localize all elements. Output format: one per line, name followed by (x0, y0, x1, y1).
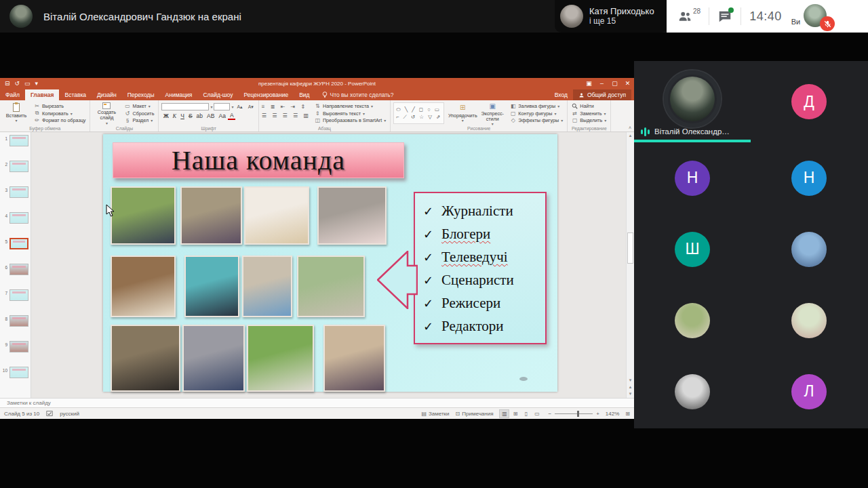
comments-toggle-button[interactable]: ⊡ Примечания (456, 411, 494, 417)
thumbnail-box[interactable] (9, 367, 28, 378)
find-button[interactable]: Найти (570, 102, 608, 110)
thumbnail-box[interactable] (9, 161, 28, 172)
font-size-select[interactable] (214, 103, 230, 110)
slide-thumbnail-8[interactable]: 8 (1, 315, 31, 327)
strikethrough-button[interactable]: S (186, 113, 194, 119)
thumbnail-box[interactable] (9, 135, 28, 146)
slideshow-view-button[interactable]: ▭ (532, 409, 542, 418)
copy-button[interactable]: ⧉ Копировать ▾ (33, 110, 87, 117)
zoom-level[interactable]: 142% (606, 411, 619, 417)
zoom-out-button[interactable]: − (548, 411, 551, 417)
thumbnail-box[interactable] (9, 238, 28, 249)
zoom-slider-track[interactable] (555, 413, 593, 414)
team-photo-woman-garden[interactable] (247, 325, 314, 392)
zoom-slider-thumb[interactable] (577, 411, 579, 417)
align-text-button[interactable]: ⇕ Выровнять текст ▾ (313, 110, 387, 117)
ppt-titlebar[interactable]: ⊟ ↺ ▭ ▾ презентація кафедри ЖУРН 2020 - … (0, 78, 634, 89)
participant-tile-Ш[interactable]: Ш (634, 214, 751, 285)
next-slide-icon[interactable]: ▾ (627, 391, 634, 396)
text-shadow-button[interactable]: ab (195, 113, 204, 119)
team-photo-woman-blonde-white[interactable] (244, 186, 309, 245)
participant-tile-girl-monochrome-avatar[interactable] (634, 356, 751, 427)
self-view[interactable]: Ви (791, 0, 827, 33)
replace-button[interactable]: ⇄ Заменить ▾ (570, 110, 608, 117)
thumbnail-box[interactable] (9, 341, 28, 352)
fit-to-window-icon[interactable]: ⊞ (625, 411, 630, 417)
scrollbar-thumb[interactable] (627, 232, 633, 264)
zoom-in-button[interactable]: + (596, 411, 599, 417)
notes-toggle-button[interactable]: ▤ Заметки (421, 411, 449, 417)
participant-tile-elderly-woman-avatar[interactable] (751, 285, 867, 356)
team-photo-woman-blonde-pink[interactable] (317, 186, 387, 245)
tell-me-search[interactable]: Что вы хотите сделать? (322, 89, 394, 100)
cut-button[interactable]: ✂ Вырезать (33, 102, 87, 110)
slide[interactable]: Наша команда ✓Журналісти✓Блогери✓Телевед… (103, 134, 557, 392)
slide-sorter-view-button[interactable]: ⊞ (510, 409, 520, 418)
slide-thumbnail-7[interactable]: 7 (1, 289, 31, 301)
roles-callout-box[interactable]: ✓Журналісти✓Блогери✓Телеведучі✓Сценарист… (414, 192, 547, 344)
slide-thumbnail-2[interactable]: 2 (1, 161, 31, 172)
team-photo-woman-purple-scarf[interactable] (180, 186, 242, 245)
participants-button[interactable]: 28 (677, 9, 701, 24)
participant-tile-Н[interactable]: Н (634, 142, 751, 214)
tab-Переходы[interactable]: Переходы (122, 89, 160, 100)
text-direction-button[interactable]: ⇅ Направление текста ▾ (313, 102, 387, 110)
section-button[interactable]: § Раздел ▾ (123, 117, 155, 124)
italic-button[interactable]: К (171, 113, 178, 119)
language-indicator[interactable]: русский (60, 411, 79, 417)
character-spacing-button[interactable]: АВ (205, 113, 216, 119)
underline-button[interactable]: Ч (179, 113, 186, 119)
bold-button[interactable]: Ж (161, 113, 170, 119)
slide-thumbnail-6[interactable]: 6 (1, 264, 31, 275)
layout-button[interactable]: ▭ Макет ▾ (123, 102, 155, 110)
thumbnail-box[interactable] (9, 186, 28, 198)
font-name-select[interactable] (161, 103, 209, 110)
tab-Главная[interactable]: Главная (25, 89, 60, 100)
slide-thumbnail-4[interactable]: 4 (1, 212, 31, 224)
vertical-scrollbar[interactable]: ▴ ▾ ▴ ▾ (626, 132, 634, 398)
font-color-button[interactable]: А (228, 112, 235, 120)
tab-Анимация[interactable]: Анимация (160, 89, 198, 100)
arrange-button[interactable]: ⊞ Упорядочить ▾ (449, 102, 476, 124)
share-button[interactable]: Общий доступ (573, 89, 631, 100)
team-photo-woman-sofa[interactable] (323, 325, 385, 392)
team-photo-woman-blue-scarf[interactable] (242, 256, 292, 317)
scroll-down-icon[interactable]: ▾ (627, 378, 634, 383)
tab-Рецензирование[interactable]: Рецензирование (239, 89, 294, 100)
team-photo-woman-gesturing[interactable] (182, 325, 245, 392)
team-photo-man-street[interactable] (297, 256, 365, 317)
format-painter-button[interactable]: ✏ Формат по образцу (33, 117, 87, 124)
team-photo-woman-red-hair[interactable] (111, 256, 176, 317)
shrink-font-button[interactable]: А▾ (246, 104, 256, 110)
thumbnail-box[interactable] (9, 289, 28, 301)
thumbnail-box[interactable] (9, 264, 28, 275)
participant-tile-Л[interactable]: Л (751, 356, 867, 427)
tab-Файл[interactable]: Файл (0, 89, 25, 100)
tab-Дизайн[interactable]: Дизайн (92, 89, 122, 100)
grow-font-button[interactable]: А▴ (235, 104, 244, 110)
slide-thumbnail-5[interactable]: 5 (1, 238, 31, 249)
previous-slide-icon[interactable]: ▴ (627, 384, 634, 390)
reading-view-button[interactable]: ▯ (521, 409, 531, 418)
normal-view-button[interactable]: ▥ (499, 409, 509, 418)
spellcheck-icon[interactable] (46, 410, 53, 417)
participant-tile-Н[interactable]: Н (751, 142, 867, 214)
reset-button[interactable]: ↺ Сбросить (123, 110, 155, 117)
slide-thumbnail-1[interactable]: 1 (1, 135, 31, 146)
tab-Вставка[interactable]: Вставка (59, 89, 92, 100)
slide-thumbnail-3[interactable]: 3 (1, 186, 31, 198)
participant-pip-tile[interactable]: Катя Приходько і ще 15 (555, 0, 668, 33)
quick-styles-button[interactable]: ▣ Экспресс-стили ▾ (479, 102, 506, 124)
slide-thumbnail-9[interactable]: 9 (1, 341, 31, 352)
mic-muted-badge[interactable] (820, 16, 835, 31)
team-photo-woman-teal-bg[interactable] (184, 256, 239, 317)
list-buttons[interactable]: ≡ ≣ ⇤ ⇥ ⇕ (262, 102, 311, 111)
shapes-gallery[interactable]: ⬭ ╲ ╱ ◻ ○ ▭ ⌐ ⟋ ↺ ☆ ▽ ⇗ (393, 102, 444, 124)
thumbnail-box[interactable] (9, 212, 28, 224)
thumbnail-box[interactable] (9, 315, 28, 327)
tab-Вид[interactable]: Вид (294, 89, 315, 100)
new-slide-button[interactable]: Создать слайд ▾ (93, 102, 120, 124)
scroll-up-icon[interactable]: ▴ (627, 133, 634, 138)
select-button[interactable]: ▢ Выделить ▾ (570, 117, 608, 124)
sign-in-button[interactable]: Вход (555, 92, 568, 98)
